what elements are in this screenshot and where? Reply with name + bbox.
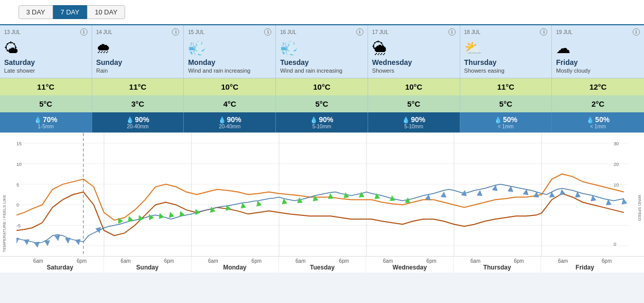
rain-percent: 💧90% (278, 115, 365, 124)
svg-text:30: 30 (614, 141, 619, 146)
svg-marker-49 (75, 239, 81, 245)
app-container: 3 DAY 7 DAY 10 DAY 13 JUL ℹ 🌤 Saturday L… (0, 0, 644, 273)
btn-7day[interactable]: 7 DAY (53, 5, 88, 19)
time-day-label: Wednesday (366, 264, 453, 271)
forecast-day-saturday: 13 JUL ℹ 🌤 Saturday Late shower (0, 25, 92, 78)
rain-cell: 💧90% 20-40mm (92, 112, 184, 132)
rain-cell: 💧90% 5-10mm (368, 112, 460, 132)
day-name: Tuesday (280, 58, 363, 66)
time-labels: 6am 6pm (454, 258, 541, 264)
rain-amount: 20-40mm (94, 124, 182, 129)
svg-text:15: 15 (16, 141, 22, 146)
svg-marker-54 (477, 190, 483, 196)
day-desc: Showers easing (464, 68, 548, 74)
header: 3 DAY 7 DAY 10 DAY (0, 0, 644, 25)
day-desc: Mostly cloudy (556, 68, 640, 74)
low-temp-cell: 5°C (460, 95, 552, 112)
day-date: 16 JUL ℹ (280, 28, 363, 36)
svg-marker-43 (16, 238, 19, 243)
weather-icon: 🌤 (4, 38, 88, 58)
forecast-section: 13 JUL ℹ 🌤 Saturday Late shower 14 JUL ℹ… (0, 25, 644, 132)
time-col-thursday: 6am 6pm Thursday (454, 257, 541, 273)
forecast-day-thursday: 18 JUL ℹ ⛅ Thursday Showers easing (460, 25, 552, 78)
rain-percent: 💧90% (186, 115, 273, 124)
time-day-label: Friday (541, 264, 629, 271)
feels-like-line (16, 192, 624, 236)
time-col-tuesday: 6am 6pm Tuesday (279, 257, 367, 273)
time-col-wednesday: 6am 6pm Wednesday (366, 257, 454, 273)
info-icon[interactable]: ℹ (80, 28, 88, 36)
weather-icon: 🌧 (96, 38, 180, 58)
day-date: 19 JUL ℹ (556, 28, 640, 36)
high-temp-cell: 11°C (92, 78, 184, 95)
rain-percent: 💧50% (554, 115, 642, 124)
btn-10day[interactable]: 10 DAY (87, 5, 125, 19)
low-temp-cell: 5°C (276, 95, 368, 112)
day-desc: Rain (96, 68, 180, 74)
svg-text:5: 5 (16, 182, 19, 188)
info-icon[interactable]: ℹ (540, 28, 547, 36)
svg-marker-46 (45, 241, 50, 246)
info-icon[interactable]: ℹ (172, 28, 179, 36)
time-day-label: Thursday (454, 264, 541, 271)
max-temp-line (16, 174, 624, 221)
weather-icon: ⛅ (464, 38, 548, 58)
info-icon[interactable]: ℹ (264, 28, 271, 36)
svg-marker-50 (96, 227, 102, 233)
rain-cell: 💧90% 20-40mm (184, 112, 276, 132)
low-temp-cell: 5°C (0, 95, 92, 112)
svg-text:20: 20 (614, 162, 619, 167)
rain-row: 💧70% 1-5mm 💧90% 20-40mm 💧90% 20-40mm 💧90… (0, 112, 644, 132)
forecast-grid: 13 JUL ℹ 🌤 Saturday Late shower 14 JUL ℹ… (0, 25, 644, 78)
time-labels: 6am 6pm (366, 258, 453, 264)
high-temp-cell: 10°C (276, 78, 368, 95)
day-name: Saturday (4, 58, 88, 66)
time-labels: 6am 6pm (192, 258, 279, 264)
high-temp-cell: 11°C (460, 78, 552, 95)
btn-3day[interactable]: 3 DAY (19, 5, 53, 19)
day-desc: Wind and rain increasing (188, 68, 271, 74)
weather-icon: ☁ (556, 38, 640, 58)
info-icon[interactable]: ℹ (448, 28, 456, 36)
low-temp-cell: 2°C (552, 95, 644, 112)
info-icon[interactable]: ℹ (633, 28, 640, 36)
low-temp-cell: 3°C (92, 95, 184, 112)
svg-marker-27 (168, 211, 174, 217)
svg-text:0: 0 (16, 203, 19, 208)
day-buttons: 3 DAY 7 DAY 10 DAY (19, 5, 125, 19)
rain-cell: 💧90% 5-10mm (276, 112, 368, 132)
rain-cell: 💧70% 1-5mm (0, 112, 92, 132)
info-icon[interactable]: ℹ (356, 28, 363, 36)
weather-icon: 💨 (188, 38, 271, 58)
high-temp-cell: 12°C (552, 78, 644, 95)
time-col-saturday: 6am 6pm Saturday (16, 257, 104, 273)
svg-marker-37 (328, 193, 334, 199)
high-temp-row: 11°C11°C10°C10°C10°C11°C12°C (0, 78, 644, 95)
low-temp-row: 5°C3°C4°C5°C5°C5°C2°C (0, 95, 644, 112)
forecast-day-sunday: 14 JUL ℹ 🌧 Sunday Rain (92, 25, 184, 78)
rain-percent: 💧50% (462, 115, 550, 124)
rain-amount: 5-10mm (370, 124, 458, 129)
weather-icon: 💨 (280, 38, 363, 58)
rain-cell: 💧50% < 1mm (552, 112, 644, 132)
day-name: Thursday (464, 58, 548, 66)
chart-area: TEMPERATURE / FEELS LIKE (0, 132, 644, 256)
chart-inner: 15 10 5 0 -5 30 20 10 0 (16, 133, 629, 256)
day-name: Monday (188, 58, 271, 66)
low-temp-cell: 5°C (368, 95, 460, 112)
svg-marker-22 (116, 216, 123, 224)
day-desc: Wind and rain increasing (280, 68, 363, 74)
time-col-friday: 6am 6pm Friday (541, 257, 629, 273)
day-date: 13 JUL ℹ (4, 28, 88, 36)
high-temp-cell: 10°C (368, 78, 460, 95)
time-col-monday: 6am 6pm Monday (192, 257, 279, 273)
time-labels: 6am 6pm (16, 258, 103, 264)
svg-marker-60 (559, 189, 565, 195)
time-day-label: Sunday (104, 264, 191, 271)
rain-amount: < 1mm (554, 124, 642, 129)
forecast-day-wednesday: 17 JUL ℹ 🌦 Wednesday Showers (368, 25, 460, 78)
time-col-sunday: 6am 6pm Sunday (104, 257, 192, 273)
rain-percent: 💧90% (370, 115, 458, 124)
rain-percent: 💧70% (2, 115, 90, 124)
time-labels: 6am 6pm (541, 258, 629, 264)
